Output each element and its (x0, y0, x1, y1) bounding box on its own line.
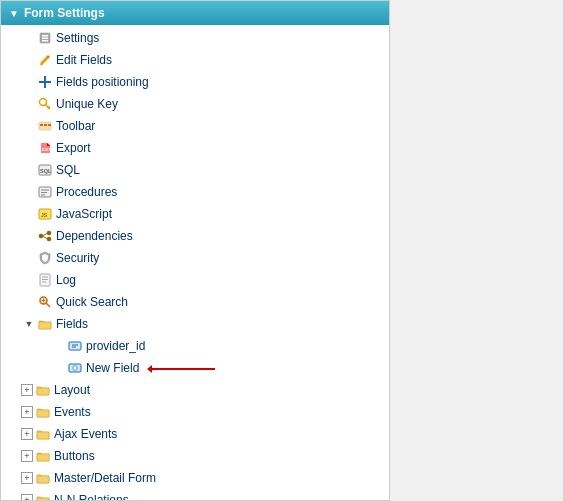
fields-pos-icon (37, 74, 53, 90)
settings-icon (37, 30, 53, 46)
svg-point-26 (47, 237, 51, 241)
quick-search-icon (37, 294, 53, 310)
svg-line-4 (40, 64, 43, 65)
log-label: Log (56, 271, 76, 289)
svg-rect-50 (37, 454, 49, 461)
layout-folder-icon (35, 382, 51, 398)
edit-fields-label: Edit Fields (56, 51, 112, 69)
procedures-label: Procedures (56, 183, 117, 201)
svg-rect-49 (37, 432, 49, 439)
tree-item-buttons[interactable]: + Buttons (1, 445, 389, 467)
svg-text:SQL: SQL (40, 168, 52, 174)
svg-line-27 (43, 234, 47, 236)
svg-rect-37 (39, 322, 51, 329)
svg-rect-1 (42, 35, 48, 37)
svg-rect-12 (40, 124, 43, 126)
js-icon: JS (37, 206, 53, 222)
dependencies-label: Dependencies (56, 227, 133, 245)
javascript-label: JavaScript (56, 205, 112, 223)
tree-item-sql[interactable]: SQL SQL (1, 159, 389, 181)
edit-icon (37, 52, 53, 68)
tree-item-fields-positioning[interactable]: Fields positioning (1, 71, 389, 93)
tree-item-procedures[interactable]: Procedures (1, 181, 389, 203)
svg-rect-48 (37, 410, 49, 417)
buttons-label: Buttons (54, 447, 95, 465)
quick-search-label: Quick Search (56, 293, 128, 311)
provider-id-icon (67, 338, 83, 354)
form-settings-arrow: ▼ (9, 8, 19, 19)
ajax-events-expand: + (21, 428, 33, 440)
export-expand (21, 140, 37, 156)
arrow-indicator (147, 359, 227, 377)
master-detail-label: Master/Detail Form (54, 469, 156, 487)
tree-item-provider-id[interactable]: provider_id (1, 335, 389, 357)
tree-item-events[interactable]: + Events (1, 401, 389, 423)
new-field-icon (67, 360, 83, 376)
log-expand (21, 272, 37, 288)
tree-container: Settings Edit Fields (1, 25, 389, 501)
unique-key-expand (21, 96, 37, 112)
sql-icon: SQL (37, 162, 53, 178)
buttons-folder-icon (35, 448, 51, 464)
tree-item-master-detail[interactable]: + Master/Detail Form (1, 467, 389, 489)
settings-expand (21, 30, 37, 46)
svg-point-24 (39, 234, 43, 238)
tree-item-layout[interactable]: + Layout (1, 379, 389, 401)
export-label: Export (56, 139, 91, 157)
toolbar-expand (21, 118, 37, 134)
quick-search-expand (21, 294, 37, 310)
svg-line-34 (46, 303, 50, 307)
events-label: Events (54, 403, 91, 421)
main-panel: ▼ Form Settings Settings (0, 0, 390, 501)
tree-item-settings[interactable]: Settings (1, 27, 389, 49)
ajax-events-label: Ajax Events (54, 425, 117, 443)
svg-line-28 (43, 237, 47, 239)
unique-key-label: Unique Key (56, 95, 118, 113)
svg-rect-51 (37, 476, 49, 483)
tree-item-edit-fields[interactable]: Edit Fields (1, 49, 389, 71)
svg-rect-14 (48, 124, 51, 126)
nn-relations-label: N-N Relations (54, 491, 129, 501)
export-icon: EXP (37, 140, 53, 156)
tree-item-fields[interactable]: ▼ Fields (1, 313, 389, 335)
sql-label: SQL (56, 161, 80, 179)
security-icon (37, 250, 53, 266)
svg-rect-2 (42, 38, 48, 40)
ajax-events-folder-icon (35, 426, 51, 442)
unique-icon (37, 96, 53, 112)
toolbar-icon (37, 118, 53, 134)
tree-item-export[interactable]: EXP Export (1, 137, 389, 159)
settings-label: Settings (56, 29, 99, 47)
dep-expand (21, 228, 37, 244)
tree-item-new-field[interactable]: New Field (1, 357, 389, 379)
form-settings-header[interactable]: ▼ Form Settings (1, 1, 389, 25)
log-icon (37, 272, 53, 288)
security-expand (21, 250, 37, 266)
svg-text:EXP: EXP (42, 147, 50, 152)
nn-relations-folder-icon (35, 492, 51, 501)
fields-label: Fields (56, 315, 88, 333)
tree-item-ajax-events[interactable]: + Ajax Events (1, 423, 389, 445)
layout-label: Layout (54, 381, 90, 399)
sql-expand (21, 162, 37, 178)
layout-expand: + (21, 384, 33, 396)
svg-point-25 (47, 231, 51, 235)
procedures-expand (21, 184, 37, 200)
tree-item-quick-search[interactable]: Quick Search (1, 291, 389, 313)
toolbar-label: Toolbar (56, 117, 95, 135)
tree-item-log[interactable]: Log (1, 269, 389, 291)
svg-text:JS: JS (41, 212, 48, 218)
tree-item-security[interactable]: Security (1, 247, 389, 269)
tree-item-toolbar[interactable]: Toolbar (1, 115, 389, 137)
events-expand: + (21, 406, 33, 418)
fields-pos-expand (21, 74, 37, 90)
events-folder-icon (35, 404, 51, 420)
svg-rect-13 (44, 124, 47, 126)
dep-icon (37, 228, 53, 244)
tree-item-javascript[interactable]: JS JavaScript (1, 203, 389, 225)
tree-item-dependencies[interactable]: Dependencies (1, 225, 389, 247)
tree-item-nn-relations[interactable]: + N-N Relations (1, 489, 389, 501)
new-field-expand (51, 360, 67, 376)
svg-rect-3 (42, 40, 48, 42)
tree-item-unique-key[interactable]: Unique Key (1, 93, 389, 115)
